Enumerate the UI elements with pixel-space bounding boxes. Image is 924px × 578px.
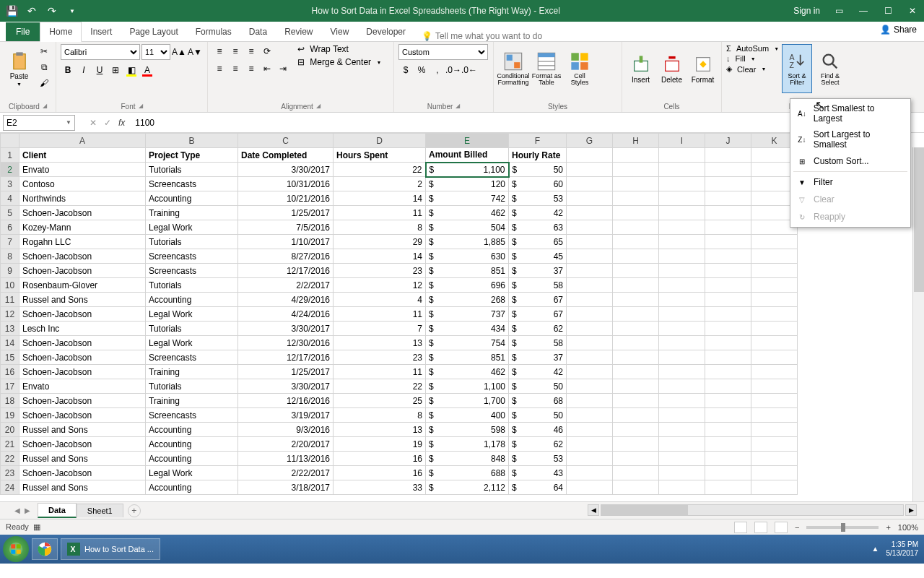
cell-J6[interactable] (705, 220, 751, 235)
cell-H24[interactable] (613, 480, 659, 495)
cell-J11[interactable] (705, 293, 751, 307)
cell-D12[interactable]: 11 (334, 307, 426, 322)
row-header-10[interactable]: 10 (1, 278, 19, 293)
cell-G2[interactable] (567, 163, 613, 177)
cell-A11[interactable]: Russel and Sons (19, 293, 146, 307)
cell-G10[interactable] (567, 278, 613, 293)
cell-B18[interactable]: Training (146, 394, 238, 408)
font-dialog-icon[interactable]: ◢ (139, 103, 143, 111)
cell-E22[interactable]: $848 (426, 452, 509, 466)
ribbon-display-icon[interactable]: ▭ (833, 6, 845, 16)
cell-D9[interactable]: 23 (334, 264, 426, 278)
cell-A14[interactable]: Schoen-Jacobson (19, 336, 146, 350)
zoom-out-icon[interactable]: − (795, 523, 799, 532)
cell-I10[interactable] (659, 278, 705, 293)
cell-K23[interactable] (751, 466, 798, 480)
cell-A19[interactable]: Schoen-Jacobson (19, 408, 146, 423)
cell-A6[interactable]: Kozey-Mann (19, 220, 146, 235)
cell-K24[interactable] (751, 480, 798, 495)
cell-E17[interactable]: $1,100 (426, 379, 509, 394)
cell-J15[interactable] (705, 350, 751, 365)
cell-D18[interactable]: 25 (334, 394, 426, 408)
cell-K21[interactable] (751, 437, 798, 452)
cell-A17[interactable]: Envato (19, 379, 146, 394)
select-all-corner[interactable] (1, 134, 19, 148)
cell-E21[interactable]: $1,178 (426, 437, 509, 452)
cell-J9[interactable] (705, 264, 751, 278)
cell-F3[interactable]: $60 (509, 177, 567, 191)
cell-C23[interactable]: 2/22/2017 (238, 466, 334, 480)
alignment-dialog-icon[interactable]: ◢ (316, 103, 321, 111)
cell-F8[interactable]: $45 (509, 249, 567, 264)
cell-E11[interactable]: $268 (426, 293, 509, 307)
row-header-4[interactable]: 4 (1, 191, 19, 206)
tell-me[interactable]: 💡Tell me what you want to do (422, 31, 542, 41)
cell-I13[interactable] (659, 322, 705, 336)
cell-G3[interactable] (567, 177, 613, 191)
cell-E9[interactable]: $851 (426, 264, 509, 278)
cell-G24[interactable] (567, 480, 613, 495)
cell-H8[interactable] (613, 249, 659, 264)
cell-J17[interactable] (705, 379, 751, 394)
cell-D23[interactable]: 16 (334, 466, 426, 480)
cell-G4[interactable] (567, 191, 613, 206)
col-header-B[interactable]: B (146, 134, 238, 148)
cell-F14[interactable]: $58 (509, 336, 567, 350)
cell-B15[interactable]: Screencasts (146, 350, 238, 365)
row-header-17[interactable]: 17 (1, 379, 19, 394)
cell-A24[interactable]: Russel and Sons (19, 480, 146, 495)
cell-H5[interactable] (613, 206, 659, 220)
cell-D4[interactable]: 14 (334, 191, 426, 206)
normal-view-icon[interactable] (734, 522, 747, 533)
cell-I4[interactable] (659, 191, 705, 206)
cell-B2[interactable]: Tutorials (146, 163, 238, 177)
cell-K19[interactable] (751, 408, 798, 423)
horizontal-scrollbar[interactable]: ◀ ▶ (588, 504, 917, 516)
cell-J24[interactable] (705, 480, 751, 495)
row-header-23[interactable]: 23 (1, 466, 19, 480)
cell-D20[interactable]: 13 (334, 423, 426, 437)
cell-F9[interactable]: $37 (509, 264, 567, 278)
cell-G22[interactable] (567, 452, 613, 466)
cell-I20[interactable] (659, 423, 705, 437)
align-left-icon[interactable]: ≡ (212, 61, 227, 76)
row-header-12[interactable]: 12 (1, 307, 19, 322)
cell-C7[interactable]: 1/10/2017 (238, 235, 334, 249)
cell-K11[interactable] (751, 293, 798, 307)
cell-A4[interactable]: Northwinds (19, 191, 146, 206)
cell-E16[interactable]: $462 (426, 365, 509, 379)
cell-G19[interactable] (567, 408, 613, 423)
row-header-13[interactable]: 13 (1, 322, 19, 336)
currency-icon[interactable]: $ (398, 63, 413, 77)
cell-B6[interactable]: Legal Work (146, 220, 238, 235)
cell-G8[interactable] (567, 249, 613, 264)
cell-I19[interactable] (659, 408, 705, 423)
cell-E3[interactable]: $120 (426, 177, 509, 191)
cell-H19[interactable] (613, 408, 659, 423)
header-cell[interactable] (613, 148, 659, 163)
scroll-left-icon[interactable]: ◀ (588, 504, 599, 516)
row-header-3[interactable]: 3 (1, 177, 19, 191)
row-header-6[interactable]: 6 (1, 220, 19, 235)
cell-F16[interactable]: $42 (509, 365, 567, 379)
cell-E24[interactable]: $2,112 (426, 480, 509, 495)
number-dialog-icon[interactable]: ◢ (456, 103, 460, 111)
align-center-icon[interactable]: ≡ (228, 61, 243, 76)
wrap-text-button[interactable]: ↩ Wrap Text (297, 44, 381, 54)
cell-J20[interactable] (705, 423, 751, 437)
cell-J13[interactable] (705, 322, 751, 336)
cell-G9[interactable] (567, 264, 613, 278)
cell-J4[interactable] (705, 191, 751, 206)
col-header-A[interactable]: A (19, 134, 146, 148)
fill-color-button[interactable]: ◧ (124, 63, 139, 77)
cell-C6[interactable]: 7/5/2016 (238, 220, 334, 235)
redo-icon[interactable]: ↷ (46, 5, 58, 17)
cell-C24[interactable]: 3/18/2017 (238, 480, 334, 495)
cell-J12[interactable] (705, 307, 751, 322)
row-header-22[interactable]: 22 (1, 452, 19, 466)
cell-B7[interactable]: Tutorials (146, 235, 238, 249)
cell-C18[interactable]: 12/16/2016 (238, 394, 334, 408)
cell-H10[interactable] (613, 278, 659, 293)
cell-D10[interactable]: 12 (334, 278, 426, 293)
cell-J14[interactable] (705, 336, 751, 350)
